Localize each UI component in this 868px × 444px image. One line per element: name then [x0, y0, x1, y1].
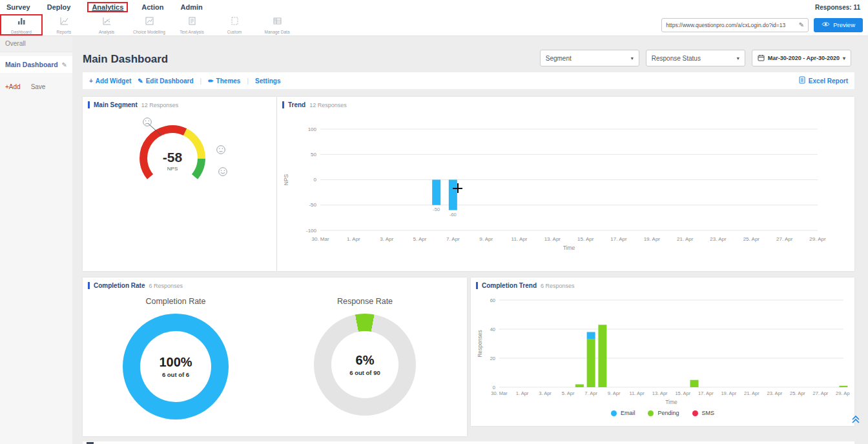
widget-response-count: 12 Responses: [141, 102, 179, 108]
email-legend-dot: [611, 410, 617, 416]
widget-accent-bar: [88, 101, 90, 108]
eye-icon: [822, 21, 830, 28]
reports-icon: [59, 16, 69, 28]
survey-url-text: https://www.questionpro.com/a/cxLogin.do…: [666, 22, 796, 28]
donut-value: 6%: [356, 353, 375, 368]
widget-response-count: 6 Responses: [149, 283, 183, 289]
toolbar-item-label: Choice Modelling: [133, 30, 165, 34]
toolbar-item-label: Dashboard: [11, 30, 32, 34]
chevron-down-icon: ▾: [843, 56, 845, 61]
edit-url-pencil-icon[interactable]: ✎: [799, 21, 804, 28]
toolbar-item-custom[interactable]: Custom: [213, 14, 256, 35]
svg-text:60: 60: [490, 298, 495, 303]
svg-text:15. Apr: 15. Apr: [675, 390, 690, 396]
preview-button[interactable]: Preview: [814, 18, 863, 32]
segment-select-value: Segment: [546, 55, 572, 62]
svg-text:x: x: [274, 17, 275, 20]
svg-text:11. Apr: 11. Apr: [630, 390, 645, 396]
filter-bar: Segment ▾ Response Status ▾ Mar-30-2020 …: [540, 50, 851, 66]
svg-text:23. Apr: 23. Apr: [710, 236, 727, 242]
happy-face-icon: [219, 168, 227, 176]
svg-text:19. Apr: 19. Apr: [644, 236, 661, 242]
custom-icon: [230, 16, 240, 28]
toolbar-item-reports[interactable]: Reports: [43, 14, 85, 35]
toolbar-item-choice-modelling[interactable]: Choice Modelling: [128, 14, 170, 35]
response-status-select[interactable]: Response Status ▾: [646, 50, 745, 66]
legend-item-email[interactable]: Email: [611, 410, 636, 416]
nav-item-action[interactable]: Action: [141, 3, 163, 11]
save-dashboard-link[interactable]: Save: [31, 83, 46, 90]
donut-value: 100%: [159, 355, 192, 370]
dashboard-action-bar: + Add Widget ✎ Edit Dashboard | ✏ Themes…: [83, 72, 854, 89]
cutoff-next-widget-row: [83, 441, 854, 444]
svg-text:Time: Time: [563, 245, 575, 251]
excel-document-icon: [799, 76, 805, 85]
themes-button[interactable]: ✏ Themes: [208, 77, 240, 85]
legend-label: SMS: [702, 410, 715, 416]
add-dashboard-link[interactable]: +Add: [5, 83, 21, 90]
segment-select[interactable]: Segment ▾: [540, 50, 639, 66]
scroll-to-top-button[interactable]: [851, 414, 860, 426]
widget-title: Completion Trend: [482, 282, 537, 289]
svg-text:25. Apr: 25. Apr: [743, 236, 760, 242]
svg-text:27. Apr: 27. Apr: [813, 390, 829, 396]
svg-text:3. Apr: 3. Apr: [539, 390, 552, 396]
legend-item-sms[interactable]: SMS: [692, 410, 715, 416]
widget-header: Main Segment 12 Responses: [83, 97, 276, 113]
legend-item-pending[interactable]: Pending: [648, 410, 679, 416]
nps-value: -58: [163, 150, 183, 165]
nav-item-deploy[interactable]: Deploy: [47, 3, 71, 11]
toolbar-item-text-analysis[interactable]: Text Analysis: [170, 14, 213, 35]
date-range-picker[interactable]: Mar-30-2020 - Apr-30-2020 ▾: [752, 50, 851, 66]
nav-item-admin[interactable]: Admin: [181, 3, 203, 11]
analysis-icon: [102, 16, 112, 28]
toolbar-item-manage-data[interactable]: x Manage Data: [256, 14, 298, 35]
analytics-toolbar: Dashboard Reports Analysis Choice Modell…: [0, 14, 868, 36]
plus-icon: +: [89, 77, 93, 85]
sidebar-item-main-dashboard[interactable]: Main Dashboard ✎: [0, 56, 72, 73]
toolbar-item-label: Reports: [57, 30, 72, 34]
svg-text:100: 100: [308, 126, 317, 132]
nav-item-analytics[interactable]: Analytics: [87, 2, 128, 12]
chevron-down-icon: ▾: [737, 56, 739, 61]
donut-subtext: 6 out of 6: [162, 371, 189, 378]
nps-trend-bar-chart[interactable]: 100500-50-10030. Mar1. Apr3. Apr5. Apr7.…: [281, 110, 849, 261]
top-nav: Survey Deploy Analytics Action Admin Res…: [0, 0, 868, 15]
excel-report-button[interactable]: Excel Report: [799, 76, 848, 85]
edit-dashboard-pencil-icon[interactable]: ✎: [62, 61, 67, 68]
gauge-promoter-arc: [195, 159, 202, 177]
toolbar-item-label: Text Analysis: [180, 30, 204, 34]
widget-title: Main Segment: [94, 101, 138, 108]
svg-text:30. Mar: 30. Mar: [491, 390, 508, 396]
svg-text:5. Apr: 5. Apr: [562, 390, 575, 396]
add-widget-button[interactable]: + Add Widget: [89, 77, 131, 85]
svg-text:9. Apr: 9. Apr: [479, 236, 493, 242]
nav-item-survey[interactable]: Survey: [6, 3, 30, 11]
completion-trend-bar-chart[interactable]: 020406030. Mar1. Apr3. Apr5. Apr7. Apr9.…: [475, 294, 850, 410]
toolbar-item-analysis[interactable]: Analysis: [85, 14, 128, 35]
svg-text:29. Apr: 29. Apr: [809, 236, 826, 242]
svg-text:Responses: Responses: [477, 330, 483, 358]
svg-text:27. Apr: 27. Apr: [776, 236, 793, 242]
settings-button[interactable]: Settings: [255, 77, 280, 85]
svg-text:NPS: NPS: [283, 174, 289, 185]
settings-label: Settings: [255, 77, 280, 85]
brush-icon: ✏: [208, 77, 213, 85]
neutral-face-icon: [217, 146, 225, 154]
preview-label: Preview: [833, 21, 855, 28]
widget-header: Completion Rate 6 Responses: [83, 278, 467, 294]
widget-title: Completion Rate: [94, 282, 145, 289]
completion-rate-donut-block: Completion Rate 100% 6 out of 6: [121, 297, 231, 419]
edit-dashboard-button[interactable]: ✎ Edit Dashboard: [138, 77, 193, 85]
chevron-down-icon: ▾: [631, 56, 634, 61]
choice-modelling-icon: [145, 16, 154, 28]
svg-text:17. Apr: 17. Apr: [610, 236, 627, 242]
toolbar-item-dashboard[interactable]: Dashboard: [0, 14, 43, 35]
svg-text:7. Apr: 7. Apr: [446, 236, 460, 242]
svg-text:19. Apr: 19. Apr: [721, 390, 736, 396]
sad-face-icon: [143, 118, 152, 126]
donut-center: 6% 6 out of 90: [331, 331, 398, 398]
donut-center: 100% 6 out of 6: [140, 331, 211, 402]
survey-url-field[interactable]: https://www.questionpro.com/a/cxLogin.do…: [661, 18, 809, 32]
svg-text:20: 20: [490, 356, 495, 361]
